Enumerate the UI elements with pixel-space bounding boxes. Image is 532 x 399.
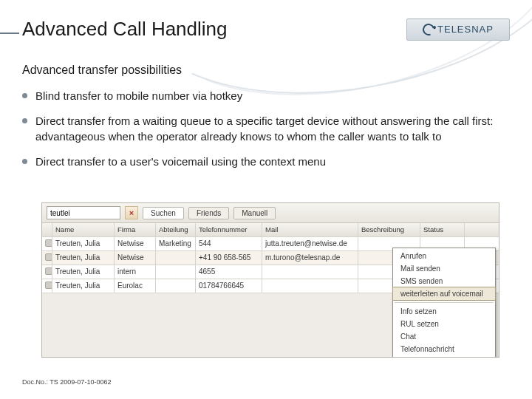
- cell-mail: jutta.treuten@netwise.de: [262, 237, 358, 250]
- logo-text: TELESNAP: [437, 24, 494, 35]
- cell-firma: Eurolac: [115, 279, 156, 293]
- cell-abteilung: Marketing: [156, 237, 196, 250]
- presence-icon: [45, 282, 52, 289]
- col-abteilung[interactable]: Abteilung: [156, 223, 196, 236]
- menu-separator: [395, 302, 494, 303]
- menu-item-sms-senden[interactable]: SMS senden: [393, 275, 495, 287]
- menu-item-weiterleiten-voicemail[interactable]: weiterleiten auf voicemail: [393, 287, 495, 300]
- cell-mail: m.turono@telesnap.de: [262, 251, 358, 265]
- cell-abteilung: [156, 279, 196, 293]
- clear-search-button[interactable]: ×: [125, 206, 138, 219]
- menu-item-mail-senden[interactable]: Mail senden: [393, 262, 495, 275]
- cell-firma: Netwise: [115, 237, 156, 250]
- col-firma[interactable]: Firma: [115, 223, 156, 236]
- cell-name: Treuten, Julia: [52, 279, 115, 293]
- section-subtitle: Advanced transfer possibilities: [22, 64, 182, 77]
- doc-number: Doc.No.: TS 2009-07-10-0062: [22, 378, 111, 386]
- context-menu: Anrufen Mail senden SMS senden weiterlei…: [392, 248, 496, 358]
- cell-name: Treuten, Julia: [52, 251, 115, 265]
- menu-item-rul-setzen[interactable]: RUL setzen: [393, 318, 495, 330]
- presence-icon: [45, 239, 52, 247]
- bullet-item: Direct transfer to a user's voicemail us…: [22, 154, 510, 169]
- col-presence[interactable]: [42, 223, 52, 236]
- app-screenshot: × Suchen Friends Manuell Name Firma Abte…: [41, 202, 499, 358]
- close-icon: ×: [129, 209, 134, 217]
- menu-item-info-setzen[interactable]: Info setzen: [393, 305, 495, 318]
- cell-name: Treuten, Julia: [52, 265, 115, 279]
- cell-tel: 544: [196, 237, 262, 250]
- cell-tel: 01784766645: [196, 279, 262, 293]
- tab-suchen[interactable]: Suchen: [143, 207, 184, 219]
- toolbar: × Suchen Friends Manuell: [42, 203, 499, 223]
- grid-header-row: Name Firma Abteilung Telefonnummer Mail …: [42, 223, 499, 237]
- cell-mail: [262, 265, 358, 279]
- presence-icon: [45, 253, 52, 261]
- presence-icon: [45, 267, 52, 275]
- tab-friends[interactable]: Friends: [188, 207, 229, 219]
- col-mail[interactable]: Mail: [262, 223, 358, 236]
- logo-mark-icon: [420, 21, 436, 37]
- bullet-list: Blind transfer to mobile number via hotk…: [22, 89, 510, 180]
- bullet-item: Direct transfer from a waiting queue to …: [22, 114, 510, 144]
- cell-tel: +41 90 658-565: [196, 251, 262, 265]
- cell-abteilung: [156, 251, 196, 265]
- col-beschreibung[interactable]: Beschreibung: [358, 223, 420, 236]
- search-input[interactable]: [47, 206, 120, 219]
- cell-firma: intern: [115, 265, 156, 279]
- tab-manuell[interactable]: Manuell: [233, 207, 276, 219]
- menu-item-telefonnachricht[interactable]: Telefonnachricht: [393, 343, 495, 355]
- cell-firma: Netwise: [115, 251, 156, 265]
- menu-item-anrufen[interactable]: Anrufen: [393, 250, 495, 262]
- menu-item-chat[interactable]: Chat: [393, 330, 495, 343]
- col-telefon[interactable]: Telefonnummer: [196, 223, 262, 236]
- cell-mail: [262, 279, 358, 293]
- col-name[interactable]: Name: [52, 223, 115, 236]
- cell-tel: 4655: [196, 265, 262, 279]
- bullet-item: Blind transfer to mobile number via hotk…: [22, 89, 510, 103]
- brand-logo: TELESNAP: [406, 18, 510, 41]
- col-status[interactable]: Status: [420, 223, 465, 236]
- title-rule: [0, 33, 19, 34]
- cell-abteilung: [156, 265, 196, 279]
- page-title: Advanced Call Handling: [22, 18, 228, 41]
- cell-name: Treuten, Julia: [52, 237, 115, 250]
